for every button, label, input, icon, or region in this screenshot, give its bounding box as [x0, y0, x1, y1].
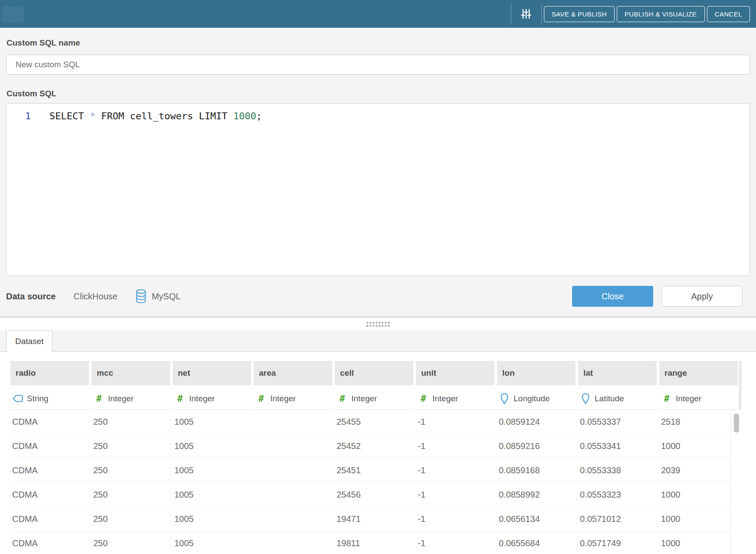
- cancel-button[interactable]: CANCEL: [707, 6, 750, 22]
- cell-lon: 0.0656134: [497, 514, 576, 524]
- column-header-range: range: [659, 361, 738, 385]
- cell-lon: 0.0859216: [497, 441, 576, 451]
- column-header-mcc: mcc: [92, 361, 170, 385]
- sql-code-editor[interactable]: 1 SELECT * FROM cell_towers LIMIT 1000;: [6, 103, 750, 276]
- custom-sql-editor-screen: SAVE & PUBLISHPUBLISH & VISUALIZECANCEL …: [0, 0, 756, 554]
- cell-mcc: 250: [92, 538, 170, 548]
- data-source-option-label: ClickHouse: [74, 292, 118, 302]
- column-type-label: Integer: [676, 394, 701, 403]
- column-type-label: Latitude: [595, 394, 624, 403]
- cell-net: 1005: [173, 514, 251, 524]
- column-type-label: Longitude: [514, 394, 550, 403]
- topbar-right-group: SAVE & PUBLISHPUBLISH & VISUALIZECANCEL: [511, 0, 750, 28]
- location-pin-icon: [582, 393, 589, 404]
- cell-net: 1005: [173, 538, 251, 548]
- column-type-label: Integer: [270, 394, 296, 403]
- cell-mcc: 250: [92, 417, 170, 427]
- column-type-lon: Longitude: [497, 387, 576, 410]
- cell-range: 1000: [659, 538, 738, 548]
- hash-icon: #: [259, 393, 264, 404]
- cell-radio: CDMA: [10, 490, 89, 500]
- publish-visualize-button[interactable]: PUBLISH & VISUALIZE: [617, 6, 705, 22]
- sliders-settings-button[interactable]: [511, 8, 541, 20]
- cell-mcc: 250: [92, 490, 170, 500]
- column-header-net: net: [173, 361, 251, 385]
- table-row: CDMA250100525451-10.08591680.05533382039: [10, 459, 730, 483]
- tab-dataset[interactable]: Dataset: [6, 331, 52, 352]
- cell-cell: 25451: [335, 465, 413, 475]
- cell-unit: -1: [416, 490, 494, 500]
- hash-icon: #: [96, 393, 102, 404]
- vertical-scrollbar-thumb[interactable]: [734, 413, 739, 433]
- scrollbar-track: [739, 361, 742, 410]
- cell-unit: -1: [416, 417, 494, 427]
- custom-sql-pane: Custom SQL name Custom SQL 1 SELECT * FR…: [0, 28, 756, 317]
- cell-unit: -1: [416, 514, 494, 524]
- column-type-label: Integer: [108, 394, 134, 403]
- cell-mcc: 250: [92, 465, 170, 475]
- data-source-label: Data source: [6, 292, 56, 302]
- sql-code-line: SELECT * FROM cell_towers LIMIT 1000;: [31, 110, 262, 123]
- column-header-cell: cell: [335, 361, 413, 385]
- dataset-preview-table: radiomccnetareacellunitlonlatrange Strin…: [0, 352, 756, 554]
- tab-dataset-label: Dataset: [15, 337, 43, 346]
- column-type-label: Integer: [189, 394, 215, 403]
- drag-handle-icon: [367, 322, 389, 327]
- apply-button[interactable]: Apply: [661, 286, 743, 307]
- column-type-net: #Integer: [173, 387, 251, 410]
- cell-range: 1000: [659, 514, 738, 524]
- topbar-actions: SAVE & PUBLISHPUBLISH & VISUALIZECANCEL: [542, 6, 750, 22]
- table-row: CDMA250100519811-10.06556840.05717491000: [10, 531, 730, 554]
- table-header-row: radiomccnetareacellunitlonlatrange: [10, 361, 740, 385]
- column-type-mcc: #Integer: [92, 387, 170, 410]
- custom-sql-name-input[interactable]: [6, 55, 750, 75]
- cell-cell: 19471: [335, 514, 413, 524]
- table-row: CDMA250100525452-10.08592160.05533411000: [10, 434, 730, 459]
- cell-unit: -1: [416, 538, 494, 548]
- cell-mcc: 250: [92, 441, 170, 451]
- save-publish-button[interactable]: SAVE & PUBLISH: [544, 6, 615, 22]
- cell-lon: 0.0859124: [497, 417, 576, 427]
- column-type-cell: #Integer: [335, 387, 413, 410]
- column-type-area: #Integer: [254, 387, 332, 410]
- cell-lat: 0.0553338: [578, 465, 657, 475]
- column-header-unit: unit: [416, 361, 494, 385]
- location-pin-icon: [501, 393, 508, 404]
- custom-sql-name-label: Custom SQL name: [7, 38, 80, 48]
- cell-range: 1000: [659, 490, 738, 500]
- cell-lat: 0.0571749: [578, 538, 657, 548]
- cell-range: 2039: [659, 465, 738, 475]
- cell-lat: 0.0553341: [578, 441, 657, 451]
- column-type-label: Integer: [351, 394, 377, 403]
- cell-mcc: 250: [92, 514, 170, 524]
- pane-resize-divider[interactable]: [0, 317, 756, 331]
- table-type-row: String#Integer#Integer#Integer#Integer#I…: [10, 387, 740, 410]
- data-source-group: Data source ClickHouse: [6, 289, 198, 304]
- string-tag-icon: [13, 395, 23, 402]
- cell-cell: 19811: [335, 538, 413, 548]
- data-source-option-mysql[interactable]: MySQL: [135, 289, 181, 304]
- hash-icon: #: [177, 393, 183, 404]
- preview-tab-bar: Dataset: [0, 331, 756, 352]
- cell-net: 1005: [173, 417, 251, 427]
- close-button[interactable]: Close: [572, 286, 653, 307]
- hash-icon: #: [664, 393, 670, 404]
- column-header-area: area: [254, 361, 332, 385]
- column-type-label: String: [27, 394, 49, 403]
- table-body: CDMA250100525455-10.08591240.05533372518…: [10, 410, 730, 554]
- table-row: CDMA250100525456-10.08589920.05533231000: [10, 483, 730, 507]
- data-source-option-clickhouse[interactable]: ClickHouse: [74, 292, 118, 302]
- hash-icon: #: [421, 393, 426, 404]
- cell-net: 1005: [173, 441, 251, 451]
- custom-sql-label: Custom SQL: [7, 89, 56, 98]
- hash-icon: #: [340, 393, 345, 404]
- scrollbar-track-line: [730, 410, 731, 554]
- table-row: CDMA250100519471-10.06561340.05710121000: [10, 507, 730, 531]
- cell-unit: -1: [416, 465, 494, 475]
- column-type-radio: String: [10, 387, 89, 410]
- cell-unit: -1: [416, 441, 494, 451]
- top-bar: SAVE & PUBLISHPUBLISH & VISUALIZECANCEL: [0, 0, 756, 28]
- table-row: CDMA250100525455-10.08591240.05533372518: [10, 410, 730, 434]
- column-type-range: #Integer: [659, 387, 738, 410]
- footer-buttons: Close Apply: [572, 286, 743, 307]
